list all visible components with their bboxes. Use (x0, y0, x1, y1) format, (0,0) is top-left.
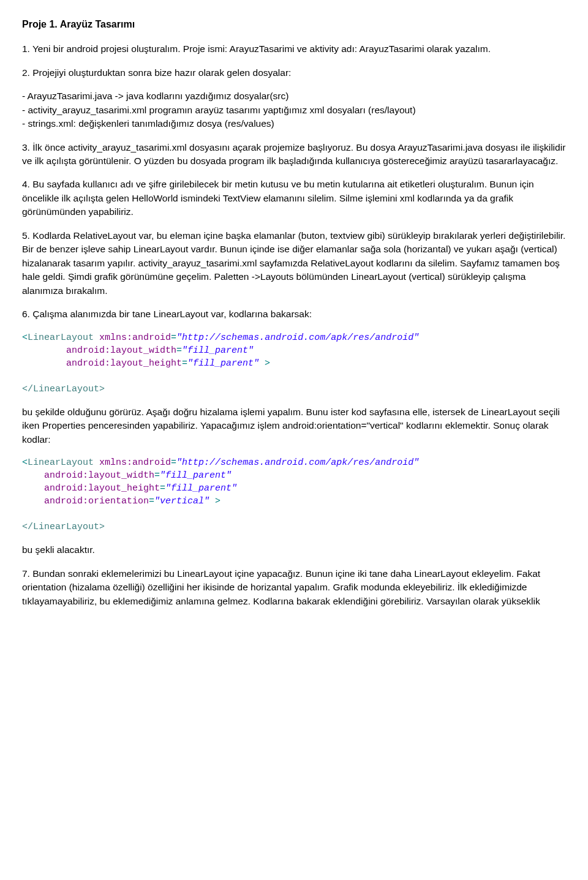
paragraph-after-code2: bu şekli alacaktır. (22, 543, 566, 557)
paragraph-after-code1: bu şekilde olduğunu görürüz. Aşağı doğru… (22, 405, 566, 446)
page-title: Proje 1. Arayüz Tasarımı (22, 17, 566, 31)
code1-hattr: android:layout_height (66, 358, 182, 369)
file-line-1: - ArayuzTasarimi.java -> java kodlarını … (22, 91, 288, 101)
code1-nsattr: xmlns:android (99, 333, 171, 343)
step-1: 1. Yeni bir android projesi oluşturalım.… (22, 42, 566, 56)
code1-wattr: android:layout_width (66, 345, 176, 356)
step-4: 4. Bu sayfada kullanıcı adı ve şifre gir… (22, 178, 566, 219)
code2-oval: "vertical" (154, 496, 209, 506)
code2-hattr: android:layout_height (44, 483, 160, 494)
code2-wval: "fill_parent" (160, 470, 232, 481)
code1-tag: LinearLayout (28, 333, 94, 343)
code1-nsval: "http://schemas.android.com/apk/res/andr… (176, 333, 419, 343)
code2-close: </LinearLayout> (22, 522, 105, 532)
file-line-2: - activity_arayuz_tasarimi.xml programın… (22, 105, 416, 115)
code1-close: </LinearLayout> (22, 384, 105, 394)
file-line-3: - strings.xml: değişkenleri tanımladığım… (22, 118, 274, 129)
code1-hval: "fill_parent" (187, 358, 259, 369)
step-2-files: - ArayuzTasarimi.java -> java kodlarını … (22, 89, 566, 130)
code2-tag: LinearLayout (28, 457, 94, 468)
step-5: 5. Kodlarda RelativeLayout var, bu elema… (22, 229, 566, 298)
step-3: 3. İlk önce activity_arayuz_tasarimi.xml… (22, 141, 566, 168)
code1-wval: "fill_parent" (182, 345, 254, 356)
code2-nsval: "http://schemas.android.com/apk/res/andr… (176, 457, 419, 468)
code2-hval: "fill_parent" (165, 483, 237, 494)
code-block-2: <LinearLayout xmlns:android="http://sche… (22, 456, 566, 533)
step-7: 7. Bundan sonraki eklemelerimizi bu Line… (22, 567, 566, 608)
code2-wattr: android:layout_width (44, 470, 154, 481)
code2-oattr: android:orientation (44, 496, 149, 506)
step-2-intro: 2. Projejiyi oluşturduktan sonra bize ha… (22, 66, 566, 80)
code-block-1: <LinearLayout xmlns:android="http://sche… (22, 331, 566, 396)
step-6: 6. Çalışma alanımızda bir tane LinearLay… (22, 307, 566, 321)
code2-nsattr: xmlns:android (99, 457, 171, 468)
